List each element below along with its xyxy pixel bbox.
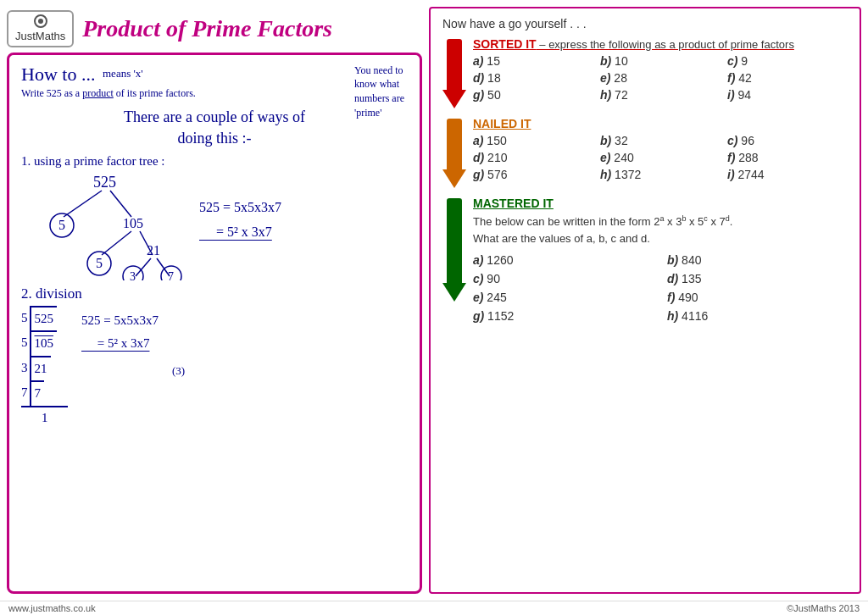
mastered-description: The below can be written in the form 2a … [473,213,848,247]
you-need-annotation: You need toknow whatnumbers are'prime' [354,64,404,120]
svg-line-6 [102,231,131,255]
svg-text:7: 7 [168,270,174,280]
nailed-label: NAILED IT [473,117,848,130]
how-to-title: How to ... means 'x' [21,64,408,86]
mastered-arrow [442,197,466,323]
nailed-a: a) 150 [473,134,593,147]
method2: 2. division [21,285,408,302]
footer: www.justmaths.co.uk ©JustMaths 2013 [0,601,868,615]
svg-text:105: 105 [123,216,143,230]
logo: JustMaths [7,10,74,47]
sorted-label: SORTED IT – express the following as a p… [473,37,848,51]
sorted-section: SORTED IT – express the following as a p… [442,37,848,108]
right-panel: Now have a go yourself . . . SORTED IT –… [429,7,861,594]
tree-eq2: = 5² x 3x7 [199,220,281,245]
tree-equations: 525 = 5x5x3x7 = 5² x 3x7 [199,196,281,245]
means-annotation: means 'x' [103,67,143,80]
nailed-i: i) 2744 [727,168,848,181]
header: JustMaths Product of Prime Factors [7,7,422,53]
mastered-a: a) 1260 [473,253,654,267]
page-title: Product of Prime Factors [82,15,332,42]
mastered-b: b) 840 [667,253,848,267]
ways-text: There are a couple of ways ofdoing this … [21,107,408,149]
nailed-f: f) 288 [727,151,848,164]
sorted-problems: a) 15 b) 10 c) 9 d) 18 e) 28 f) 42 g) 50… [473,54,848,102]
sorted-c: c) 9 [727,54,848,68]
mastered-g: g) 1152 [473,309,654,323]
nailed-c: c) 96 [727,134,848,147]
sorted-f: f) 42 [727,71,848,85]
method1: 1. using a prime factor tree : [21,154,408,169]
tree-eq1: 525 = 5x5x3x7 [199,196,281,220]
svg-line-1 [64,191,102,217]
svg-text:3: 3 [130,270,136,280]
mastered-problems: a) 1260 b) 840 c) 90 d) 135 e) 245 f) 49… [473,253,848,323]
mastered-e: e) 245 [473,291,654,304]
mastered-c: c) 90 [473,272,654,285]
mastered-section: MASTERED IT The below can be written in … [442,197,848,323]
sorted-i: i) 94 [727,88,848,102]
svg-text:21: 21 [147,243,160,258]
sorted-b: b) 10 [600,54,721,68]
sorted-e: e) 28 [600,71,721,85]
sorted-a: a) 15 [473,54,593,68]
sorted-g: g) 50 [473,88,593,102]
long-division: 5 525 5 105 3 21 7 7 [21,306,68,429]
sorted-arrow [442,37,466,108]
sorted-content: SORTED IT – express the following as a p… [473,37,848,108]
nailed-g: g) 576 [473,168,593,181]
go-yourself-text: Now have a go yourself . . . [442,17,848,30]
svg-text:525: 525 [93,174,116,191]
note-3: (3) [172,364,185,378]
nailed-d: d) 210 [473,151,593,164]
div-equations: 525 = 5x5x3x7 = 5² x 3x7 [81,306,159,355]
mastered-content: MASTERED IT The below can be written in … [473,197,848,323]
svg-line-2 [110,191,131,217]
nailed-section: NAILED IT a) 150 b) 32 c) 96 d) 210 e) 2… [442,117,848,188]
left-panel: JustMaths Product of Prime Factors How t… [7,7,422,594]
mastered-d: d) 135 [667,272,848,285]
logo-text: JustMaths [15,30,65,43]
mastered-h: h) 4116 [667,309,848,323]
factor-tree-svg: 525 5 105 5 21 [21,170,191,280]
footer-left: www.justmaths.co.uk [8,603,96,613]
nailed-problems: a) 150 b) 32 c) 96 d) 210 e) 240 f) 288 … [473,134,848,181]
nailed-h: h) 1372 [600,168,721,181]
sorted-h: h) 72 [600,88,721,102]
nailed-content: NAILED IT a) 150 b) 32 c) 96 d) 210 e) 2… [473,117,848,188]
footer-right: ©JustMaths 2013 [787,603,860,613]
nailed-b: b) 32 [600,134,721,147]
division-section: 2. division 5 525 5 105 3 [21,285,408,429]
svg-text:5: 5 [58,218,65,232]
svg-text:5: 5 [96,256,103,270]
write-example: Write 525 as a product of its prime fact… [21,87,408,100]
nailed-arrow [442,117,466,188]
sorted-d: d) 18 [473,71,593,85]
mastered-label: MASTERED IT [473,197,848,210]
nailed-e: e) 240 [600,151,721,164]
div-layout: 5 525 5 105 3 21 7 7 [21,306,408,429]
logo-icon [34,14,47,28]
mastered-f: f) 490 [667,291,848,304]
tree-section: 525 5 105 5 21 [21,170,408,280]
handwritten-box: How to ... means 'x' You need toknow wha… [7,53,422,594]
